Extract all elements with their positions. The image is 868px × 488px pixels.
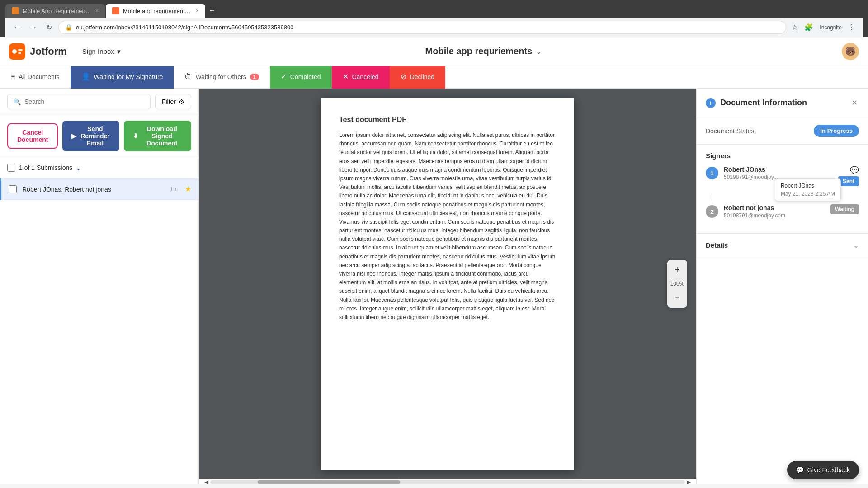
tab-title-2: Mobile app requriements - Jotfo... <box>123 8 192 14</box>
url-input[interactable] <box>76 24 779 31</box>
svg-rect-0 <box>9 43 25 60</box>
doc-title-chevron-icon[interactable]: ⌄ <box>536 47 542 56</box>
filter-button[interactable]: Filter ⚙ <box>155 94 191 109</box>
signers-title: Signers <box>706 152 859 160</box>
tab-waiting-my-signature[interactable]: 👤 Waiting for My Signature <box>71 66 174 89</box>
give-feedback-icon: 💬 <box>796 466 804 474</box>
submission-info: Robert JOnas, Robert not jonas <box>22 186 165 193</box>
chat-icon-1: 💬 <box>850 166 859 174</box>
tab-declined-label: Declined <box>410 73 434 80</box>
pdf-title: Test document PDF <box>339 116 556 124</box>
svg-point-1 <box>12 49 17 54</box>
declined-icon: ⊘ <box>401 72 406 81</box>
give-feedback-label: Give Feedback <box>807 466 850 474</box>
avatar[interactable]: 🐻 <box>842 43 859 60</box>
content-area: 🔍 Filter ⚙ Cancel Document ▶ Send Remind… <box>0 89 868 484</box>
zoom-out-button[interactable]: − <box>670 291 684 305</box>
back-button[interactable]: ← <box>11 22 24 33</box>
svg-rect-3 <box>18 52 21 54</box>
tooltip-name: Robert JOnas <box>781 183 835 189</box>
address-bar: 🔒 <box>58 21 786 34</box>
logo-text: Jotform <box>30 46 67 57</box>
submission-checkbox[interactable] <box>9 185 17 193</box>
tab-waiting-others-label: Waiting for Others <box>195 73 246 80</box>
tab-title-1: Mobile App Requirements - Cop... <box>23 8 92 14</box>
profile-button[interactable]: Incognito <box>818 23 844 33</box>
tab-canceled-label: Canceled <box>352 73 379 80</box>
tab-completed-label: Completed <box>290 73 321 80</box>
tab-favicon-1 <box>12 7 19 14</box>
submissions-dropdown-icon[interactable]: ⌄ <box>75 163 82 173</box>
waiting-others-badge: 1 <box>250 74 259 80</box>
signer-email-2: 50198791@moodjoy.com <box>724 212 825 219</box>
tab-waiting-sig-label: Waiting for My Signature <box>94 73 163 80</box>
lock-icon: 🔒 <box>65 24 72 31</box>
pdf-scrollbar-track[interactable] <box>210 480 685 484</box>
search-icon: 🔍 <box>13 98 21 105</box>
cancel-document-button[interactable]: Cancel Document <box>7 123 58 149</box>
star-icon[interactable]: ★ <box>185 185 191 193</box>
pdf-body: Lorem ipsum dolor sit amet, consectetur … <box>339 131 556 322</box>
search-box: 🔍 <box>7 94 151 109</box>
send-reminder-icon: ▶ <box>71 132 76 140</box>
tab-all-label: All Documents <box>19 73 59 80</box>
browser-tab-1[interactable]: Mobile App Requirements - Cop... × <box>5 4 105 18</box>
action-toolbar: Cancel Document ▶ Send Reminder Email ⬇ … <box>0 115 198 157</box>
signer-connector <box>712 193 712 201</box>
details-title: Details <box>706 241 728 249</box>
filter-label: Filter <box>162 98 176 105</box>
submissions-count-text: 1 of 1 Submissions <box>19 164 72 171</box>
reload-button[interactable]: ↻ <box>43 21 55 33</box>
app: Jotform Sign Inbox ▾ Mobile app requriem… <box>0 37 868 484</box>
pdf-viewport[interactable]: Test document PDF Lorem ipsum dolor sit … <box>199 89 696 479</box>
tab-completed[interactable]: ✓ Completed <box>270 66 332 89</box>
extensions-button[interactable]: 🧩 <box>802 21 815 33</box>
new-tab-button[interactable]: + <box>206 5 218 18</box>
header-center: Mobile app requriements ⌄ <box>125 46 842 56</box>
tab-close-1[interactable]: × <box>95 8 99 14</box>
download-button[interactable]: ⬇ Download Signed Document <box>124 121 192 151</box>
menu-button[interactable]: ⋮ <box>846 21 857 33</box>
svg-rect-2 <box>18 49 23 51</box>
tab-canceled[interactable]: ✕ Canceled <box>332 66 390 89</box>
bookmark-button[interactable]: ☆ <box>790 21 800 33</box>
forward-button[interactable]: → <box>27 22 40 33</box>
left-toolbar: 🔍 Filter ⚙ <box>0 89 198 115</box>
give-feedback-button[interactable]: 💬 Give Feedback <box>787 461 859 479</box>
signer-status-badge-2: Waiting <box>830 204 859 214</box>
tab-waiting-others[interactable]: ⏱ Waiting for Others 1 <box>174 66 269 89</box>
tab-favicon-2 <box>112 7 119 14</box>
right-panel: i Document Information × Document Status… <box>696 89 868 484</box>
doc-status-section: Document Status In Progress <box>697 117 868 145</box>
signer-status-badge-1: Sent <box>838 176 859 186</box>
browser-tab-2[interactable]: Mobile app requriements - Jotfo... × <box>106 4 205 18</box>
waiting-sig-icon: 👤 <box>81 72 90 81</box>
pdf-controls: + 100% − <box>667 260 687 308</box>
waiting-others-icon: ⏱ <box>184 73 192 81</box>
tab-all-documents[interactable]: ≡ All Documents <box>0 66 71 89</box>
signers-section: Signers 1 Robert JOnas 50198791@moodjoy.… <box>697 145 868 234</box>
send-reminder-button[interactable]: ▶ Send Reminder Email <box>62 121 119 151</box>
download-label: Download Signed Document <box>142 125 183 147</box>
select-all-checkbox[interactable] <box>7 164 15 172</box>
doc-title-area: Mobile app requriements ⌄ <box>425 46 542 56</box>
right-panel-header: i Document Information × <box>697 89 868 117</box>
details-header[interactable]: Details ⌄ <box>706 241 859 249</box>
send-reminder-label: Send Reminder Email <box>80 125 110 147</box>
canceled-icon: ✕ <box>343 72 349 81</box>
left-panel: 🔍 Filter ⚙ Cancel Document ▶ Send Remind… <box>0 89 199 484</box>
pdf-page: Test document PDF Lorem ipsum dolor sit … <box>321 98 574 470</box>
search-input[interactable] <box>24 98 145 105</box>
signer-info-2: Robert not jonas 50198791@moodjoy.com <box>724 204 825 219</box>
logo-area: Jotform <box>9 43 67 60</box>
header-right: 🐻 <box>842 43 859 60</box>
pdf-scrollbar-thumb[interactable] <box>258 480 400 484</box>
doc-status-badge: In Progress <box>814 125 859 137</box>
zoom-in-button[interactable]: + <box>670 263 684 277</box>
close-panel-button[interactable]: × <box>850 96 859 110</box>
tab-declined[interactable]: ⊘ Declined <box>390 66 445 89</box>
info-icon: i <box>706 98 716 108</box>
sign-inbox-button[interactable]: Sign Inbox ▾ <box>78 45 125 58</box>
submission-item[interactable]: Robert JOnas, Robert not jonas 1m ★ <box>0 178 198 200</box>
tab-close-2[interactable]: × <box>196 8 199 14</box>
